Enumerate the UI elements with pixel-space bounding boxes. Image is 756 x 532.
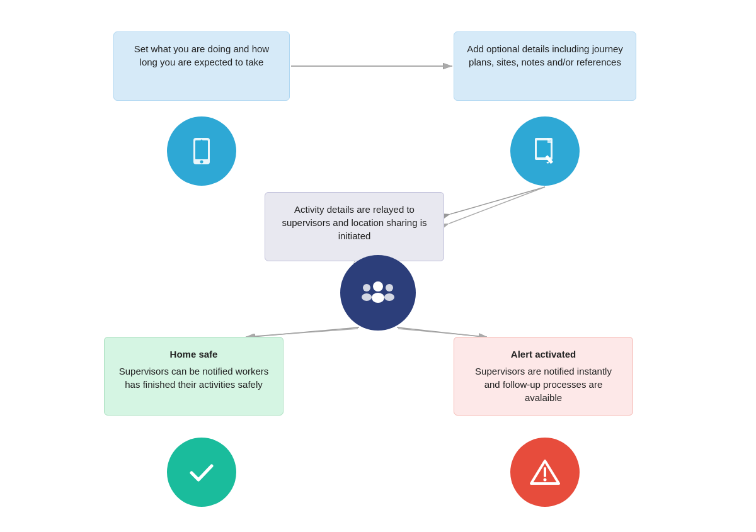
people-icon [359,274,397,312]
checkmark-circle [167,438,236,507]
svg-point-34 [544,478,547,482]
alert-text: Supervisors are notified instantly and f… [475,366,612,403]
alert-title: Alert activated [467,348,620,361]
warning-circle [510,438,580,507]
svg-line-7 [397,327,488,337]
home-safe-title: Home safe [117,348,270,361]
check-icon [185,456,218,489]
svg-point-26 [373,281,383,291]
phone-circle [167,116,236,186]
warning-icon [529,456,561,489]
svg-point-19 [200,161,203,164]
svg-point-20 [201,140,203,142]
step1-box: Set what you are doing and how long you … [113,31,290,101]
svg-line-3 [450,187,545,214]
diagram: Set what you are doing and how long you … [0,0,756,532]
svg-point-30 [386,284,393,291]
document-circle [510,116,580,186]
svg-point-28 [363,284,370,291]
alert-box: Alert activated Supervisors are notified… [454,337,633,416]
step3-text: Activity details are relayed to supervis… [282,204,427,241]
svg-rect-18 [195,140,208,159]
step2-text: Add optional details including journey p… [467,43,623,67]
svg-point-27 [372,293,384,303]
step1-text: Set what you are doing and how long you … [134,43,269,67]
svg-rect-22 [537,140,551,157]
svg-line-6 [246,327,359,337]
svg-point-31 [384,293,394,301]
home-safe-box: Home safe Supervisors can be notified wo… [104,337,284,416]
svg-line-15 [246,329,358,337]
step3-box: Activity details are relayed to supervis… [265,192,444,261]
svg-point-29 [362,293,372,301]
phone-icon [186,135,217,167]
svg-line-11 [449,187,545,224]
svg-marker-25 [546,161,549,164]
document-icon [529,135,561,167]
home-safe-text: Supervisors can be notified workers has … [119,366,269,390]
people-circle [340,255,416,331]
svg-line-16 [398,329,487,337]
step2-box: Add optional details including journey p… [454,31,636,101]
